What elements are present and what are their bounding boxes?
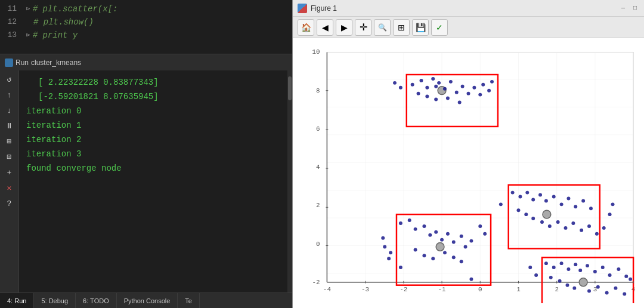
plot-area: 10 8 6 4 2 0 -2 -4 -3 -2 -1 0 1 2 3 4 <box>293 38 644 308</box>
delete-icon[interactable]: ✕ <box>3 181 16 195</box>
maximize-button[interactable]: □ <box>631 4 639 13</box>
add-icon[interactable]: + <box>3 166 16 179</box>
zoom-button[interactable]: 🔍 <box>374 19 391 36</box>
svg-point-92 <box>543 210 551 218</box>
figure-window: Figure 1 — □ 🏠 ◀ ▶ ✛ 🔍 ⊞ 💾 ✓ <box>292 0 644 308</box>
svg-point-129 <box>593 270 597 273</box>
minimize-button[interactable]: — <box>619 4 627 13</box>
home-button[interactable]: 🏠 <box>298 19 314 36</box>
svg-point-116 <box>602 226 606 230</box>
run-label: Run <box>16 58 29 67</box>
tab-debug[interactable]: 5: Debug <box>34 293 76 308</box>
pan-button[interactable]: ✛ <box>355 19 371 36</box>
svg-point-84 <box>399 266 402 269</box>
figure-icon <box>298 4 307 13</box>
sidebar: ↺ ↑ ↓ ⏸ ⊞ ⊡ + ✕ ? <box>0 70 19 292</box>
svg-point-74 <box>460 235 463 238</box>
svg-point-61 <box>478 93 482 97</box>
svg-point-96 <box>531 198 535 201</box>
svg-point-139 <box>596 285 600 289</box>
tab-te-label: Te <box>185 297 192 304</box>
tab-python-console[interactable]: Python Console <box>117 293 178 308</box>
layout-icon[interactable]: ⊞ <box>3 135 16 148</box>
svg-point-46 <box>443 87 447 91</box>
svg-point-108 <box>540 220 544 224</box>
line-number: 11 <box>0 2 24 16</box>
code-text: # plt.scatter(x[: <box>33 2 118 16</box>
subplot-button[interactable]: ⊞ <box>393 19 410 36</box>
svg-point-85 <box>387 257 391 260</box>
svg-text:0: 0 <box>316 241 320 248</box>
console-scrollbar[interactable] <box>287 70 292 292</box>
svg-point-55 <box>458 100 462 104</box>
svg-point-68 <box>422 224 426 228</box>
svg-text:0: 0 <box>478 286 482 293</box>
svg-point-83 <box>469 278 473 281</box>
svg-point-62 <box>490 80 494 84</box>
svg-point-42 <box>425 86 429 90</box>
svg-point-107 <box>531 217 535 220</box>
svg-point-127 <box>578 269 582 272</box>
figure-toolbar: 🏠 ◀ ▶ ✛ 🔍 ⊞ 💾 ✓ <box>293 17 644 38</box>
check-button[interactable]: ✓ <box>431 19 448 36</box>
code-line-11: 11 ⊳ # plt.scatter(x[: <box>0 2 292 16</box>
svg-point-86 <box>383 245 386 249</box>
figure-title: Figure 1 <box>311 4 337 13</box>
svg-point-60 <box>393 81 397 85</box>
svg-point-136 <box>566 284 569 287</box>
svg-point-45 <box>437 81 441 85</box>
svg-point-119 <box>499 202 503 206</box>
svg-point-133 <box>624 275 628 278</box>
svg-point-81 <box>452 255 456 259</box>
svg-point-99 <box>552 195 556 199</box>
console-array-2: [-2.59201821 8.07635945] <box>26 90 280 104</box>
tab-todo[interactable]: 6: TODO <box>76 293 117 308</box>
svg-point-41 <box>420 79 423 82</box>
svg-point-118 <box>611 202 615 206</box>
console-array-1: [ 2.22322228 0.83877343] <box>26 75 280 90</box>
rerun-icon[interactable]: ↺ <box>3 73 16 86</box>
script-name: cluster_kmeans <box>31 58 81 67</box>
python-icon <box>5 58 13 67</box>
svg-point-72 <box>446 232 450 236</box>
code-text: # plt.show() <box>24 16 94 29</box>
forward-button[interactable]: ▶ <box>336 19 352 36</box>
svg-point-82 <box>460 260 463 263</box>
code-text: # print y <box>33 29 78 42</box>
svg-point-66 <box>408 218 411 222</box>
console-area: ↺ ↑ ↓ ⏸ ⊞ ⊡ + ✕ ? [ 2.22322228 0.8387734… <box>0 70 292 292</box>
tab-run[interactable]: 4: Run <box>0 293 34 308</box>
svg-point-67 <box>414 227 417 231</box>
svg-point-52 <box>425 95 429 98</box>
line-number: 13 <box>0 29 24 42</box>
svg-point-43 <box>431 77 435 81</box>
tab-run-label: 4: Run <box>7 297 26 304</box>
save-button[interactable]: 💾 <box>412 19 429 36</box>
svg-point-59 <box>399 86 402 90</box>
svg-text:1: 1 <box>516 286 521 293</box>
svg-point-54 <box>446 97 450 100</box>
settings-icon[interactable]: ⊡ <box>3 150 16 164</box>
tab-te[interactable]: Te <box>178 293 200 308</box>
help-icon[interactable]: ? <box>3 197 16 210</box>
line-number: 12 <box>0 16 24 29</box>
svg-point-51 <box>472 86 476 90</box>
pause-icon[interactable]: ⏸ <box>3 119 16 133</box>
scroll-up-icon[interactable]: ↑ <box>3 88 16 101</box>
run-tab-bar: Run cluster_kmeans <box>0 54 292 70</box>
svg-point-100 <box>560 202 564 206</box>
svg-text:-2: -2 <box>312 279 320 286</box>
svg-point-69 <box>428 233 432 237</box>
svg-text:-3: -3 <box>361 286 369 293</box>
scroll-down-icon[interactable]: ↓ <box>3 104 16 117</box>
back-button[interactable]: ◀ <box>317 19 333 36</box>
run-tab-label: Run cluster_kmeans <box>5 58 81 67</box>
svg-point-128 <box>586 264 589 267</box>
svg-point-135 <box>558 279 562 283</box>
svg-text:-2: -2 <box>400 286 407 293</box>
svg-point-49 <box>461 85 465 88</box>
svg-point-142 <box>623 292 626 296</box>
svg-point-89 <box>478 224 482 228</box>
svg-point-79 <box>431 257 435 260</box>
svg-point-78 <box>422 254 426 257</box>
